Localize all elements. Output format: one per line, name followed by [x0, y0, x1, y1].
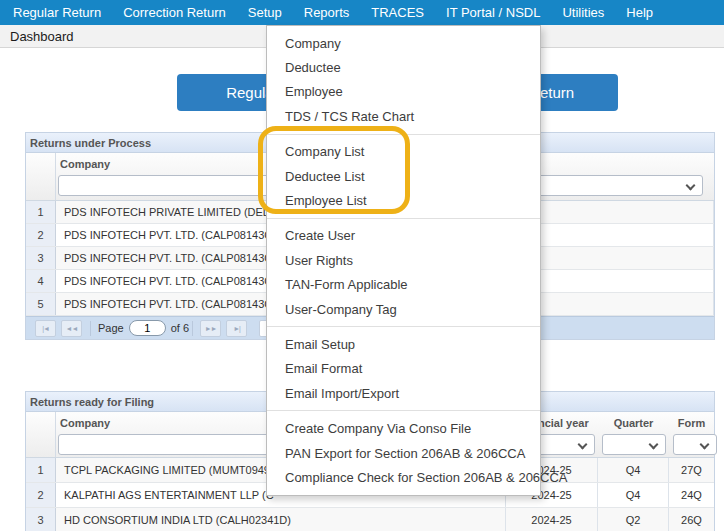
quarter-filter-select[interactable]: [602, 434, 666, 455]
chevron-down-icon: [700, 440, 710, 450]
row-number-cell: 2: [26, 224, 56, 246]
menu-divider: [267, 218, 540, 219]
menu-divider: [267, 410, 540, 411]
menu-divider: [267, 134, 540, 135]
table-row[interactable]: 3HD CONSORTIUM INDIA LTD (CALH02341D)202…: [26, 508, 714, 531]
prev-page-button[interactable]: ◄◄: [61, 320, 82, 337]
top-menubar: Regular ReturnCorrection ReturnSetupRepo…: [0, 0, 724, 25]
setup-menu-item-company[interactable]: Company: [267, 31, 540, 55]
financial-year-cell: 2024-25: [506, 508, 598, 531]
next-page-button[interactable]: ►►: [200, 320, 221, 337]
quarter-column-header: Quarter: [598, 417, 669, 429]
setup-menu-item-email-format[interactable]: Email Format: [267, 357, 540, 381]
menubar-item-correction-return[interactable]: Correction Return: [112, 0, 237, 25]
row-number-header: [26, 412, 56, 457]
pager-divider: [90, 321, 91, 336]
first-page-button[interactable]: |◄: [35, 320, 56, 337]
next-page-icon: ►►: [205, 325, 217, 332]
prev-page-icon: ◄◄: [66, 325, 78, 332]
setup-menu-item-deductee-list[interactable]: Deductee List: [267, 164, 540, 188]
menubar-item-help[interactable]: Help: [615, 0, 664, 25]
form-cell: 27Q: [669, 458, 714, 482]
chevron-down-icon: [578, 440, 588, 450]
row-number-cell: 1: [26, 458, 56, 482]
row-number-cell: 2: [26, 483, 56, 507]
last-page-icon: ►|: [233, 325, 240, 332]
setup-menu-item-employee[interactable]: Employee: [267, 80, 540, 104]
row-number-cell: 1: [26, 201, 56, 223]
page-number-input[interactable]: [129, 320, 166, 336]
chevron-down-icon: [686, 181, 696, 191]
chevron-down-icon: [649, 440, 659, 450]
returns-ready-for-filing-title: Returns ready for Filing: [30, 396, 154, 408]
setup-menu-item-email-setup[interactable]: Email Setup: [267, 332, 540, 356]
setup-menu-item-employee-list[interactable]: Employee List: [267, 188, 540, 212]
last-page-button[interactable]: ►|: [226, 320, 247, 337]
setup-menu-item-create-company-via-conso-file[interactable]: Create Company Via Conso File: [267, 416, 540, 440]
page-label: Page: [98, 322, 124, 334]
form-cell: 26Q: [669, 508, 714, 531]
quarter-cell: Q4: [598, 483, 669, 507]
row-number-header: [26, 153, 56, 200]
setup-menu-item-company-list[interactable]: Company List: [267, 140, 540, 164]
menubar-item-traces[interactable]: TRACES: [360, 0, 435, 25]
page-count-label: of 6: [171, 322, 189, 334]
form-column-header: Form: [669, 417, 714, 429]
row-number-cell: 4: [26, 270, 56, 292]
pager-divider: [192, 321, 193, 336]
column-filter-select[interactable]: [520, 175, 703, 196]
returns-under-process-title: Returns under Process: [30, 137, 151, 149]
setup-menu-item-deductee[interactable]: Deductee: [267, 55, 540, 79]
setup-menu-item-pan-export-for-section-206ab-206cca[interactable]: PAN Export for Section 206AB & 206CCA: [267, 441, 540, 465]
menubar-item-utilities[interactable]: Utilities: [551, 0, 615, 25]
first-page-icon: |◄: [42, 325, 49, 332]
setup-dropdown-menu: CompanyDeducteeEmployeeTDS / TCS Rate Ch…: [266, 25, 541, 496]
company-cell: HD CONSORTIUM INDIA LTD (CALH02341D): [56, 508, 506, 531]
company-column-header: Company: [60, 158, 110, 170]
menubar-item-setup[interactable]: Setup: [237, 0, 293, 25]
breadcrumb: Dashboard: [10, 29, 74, 44]
setup-menu-item-email-import-export[interactable]: Email Import/Export: [267, 381, 540, 405]
row-number-cell: 5: [26, 293, 56, 315]
setup-menu-item-tds-tcs-rate-chart[interactable]: TDS / TCS Rate Chart: [267, 104, 540, 128]
setup-menu-item-tan-form-applicable[interactable]: TAN-Form Applicable: [267, 273, 540, 297]
menubar-item-reports[interactable]: Reports: [293, 0, 361, 25]
setup-menu-item-user-company-tag[interactable]: User-Company Tag: [267, 297, 540, 321]
company-column-header: Company: [60, 417, 110, 429]
quarter-cell: Q4: [598, 458, 669, 482]
menubar-item-regular-return[interactable]: Regular Return: [2, 0, 112, 25]
row-number-cell: 3: [26, 247, 56, 269]
form-filter-select[interactable]: [673, 434, 717, 455]
form-cell: 24Q: [669, 483, 714, 507]
menu-divider: [267, 326, 540, 327]
setup-menu-item-create-user[interactable]: Create User: [267, 224, 540, 248]
quarter-cell: Q2: [598, 508, 669, 531]
menubar-item-it-portal-nsdl[interactable]: IT Portal / NSDL: [435, 0, 551, 25]
setup-menu-item-user-rights[interactable]: User Rights: [267, 248, 540, 272]
row-number-cell: 3: [26, 508, 56, 531]
setup-menu-item-compliance-check-for-section-206ab-206cca[interactable]: Compliance Check for Section 206AB & 206…: [267, 465, 540, 489]
